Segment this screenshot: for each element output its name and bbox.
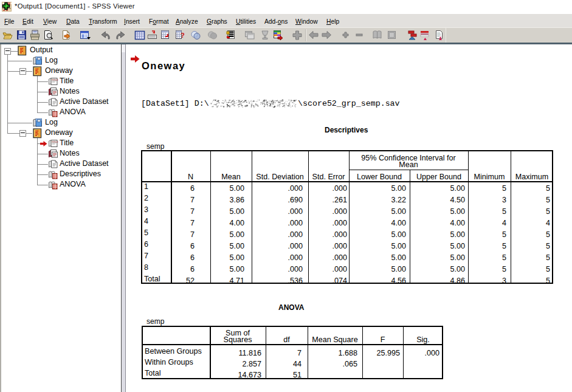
svg-text:TITLE: TITLE bbox=[52, 78, 58, 81]
svg-text:TITLE: TITLE bbox=[52, 140, 58, 143]
svg-text:?: ? bbox=[181, 32, 185, 39]
